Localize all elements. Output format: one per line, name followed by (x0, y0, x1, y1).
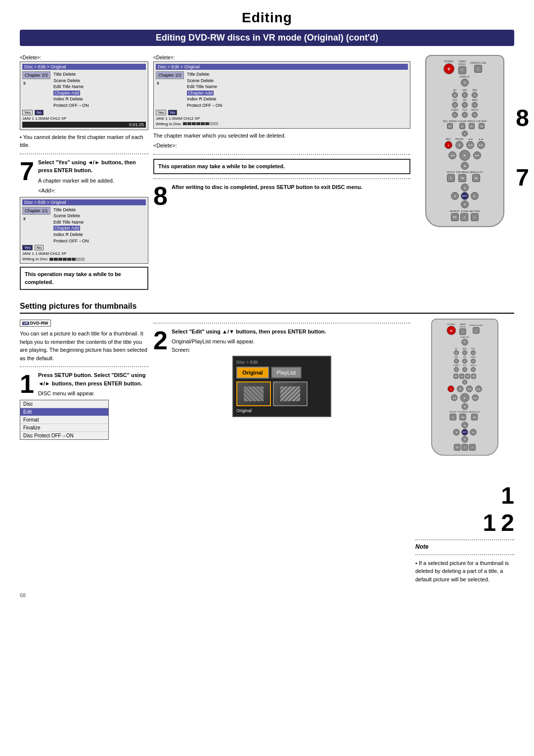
return-button2[interactable]: ↩ (469, 444, 476, 451)
btn-no2[interactable]: No (35, 245, 44, 250)
btn-yes2[interactable]: Yes (22, 245, 33, 250)
power-button2[interactable]: ⏻ (446, 326, 456, 335)
note1: • You cannot delete the first chapter ma… (20, 133, 148, 149)
btn-no[interactable]: No (35, 110, 44, 115)
timer-button2[interactable]: T (459, 328, 466, 335)
screen2-date: JAN/ 1 1:00AM CH12 XP (22, 251, 146, 256)
setup-button[interactable]: S (447, 174, 455, 182)
num1-2[interactable]: 1 (462, 350, 467, 355)
num8-button[interactable]: 8 (472, 112, 478, 118)
left-button[interactable]: ◄ (451, 192, 459, 200)
num5-2[interactable]: 5 (471, 359, 476, 364)
thumbnails-left: VR DVD-RW You can set a picture to each … (20, 319, 148, 586)
play-button2[interactable]: ► (460, 393, 470, 402)
pause-button2[interactable]: ⏸ (457, 385, 464, 392)
num5-button[interactable]: 5 (472, 102, 478, 108)
num0-2[interactable]: 0 (462, 379, 467, 384)
section-thumbnails: Setting pictures for thumbnails VR DVD-R… (20, 302, 514, 586)
step7-note: A chapter marker will be added. (38, 177, 148, 185)
num-at2[interactable]: @ (454, 350, 459, 355)
display-button2[interactable]: D (461, 339, 468, 346)
clear-button2[interactable]: CL (459, 374, 464, 378)
zoom-button[interactable]: Z (460, 213, 468, 221)
num8-2[interactable]: 8 (471, 367, 476, 372)
enter-button2[interactable]: ENT (461, 429, 468, 436)
down-button[interactable]: ▼ (461, 200, 469, 208)
setup-button2[interactable]: S (449, 414, 456, 421)
btn-yes3[interactable]: Yes (156, 110, 166, 115)
up-button[interactable]: ▲ (461, 184, 469, 191)
down-button2[interactable]: ▼ (461, 436, 468, 443)
screen2-title: Disc > Edit > Original (22, 199, 146, 205)
rec-button2[interactable]: ● (447, 385, 454, 392)
num2-button[interactable]: 2 (472, 92, 478, 98)
right-button[interactable]: ► (471, 192, 479, 200)
skipback-button[interactable]: ◄◄ (466, 141, 474, 149)
num2-2[interactable]: 2 (471, 350, 476, 355)
original-tab[interactable]: Original (236, 367, 269, 378)
num3-2[interactable]: 3 (454, 359, 459, 364)
up-button2[interactable]: ▲ (461, 422, 468, 428)
return-button[interactable]: ↩ (471, 213, 479, 221)
screen1-title: Disc > Edit > Original (22, 64, 146, 70)
top-section: <Delete>: Disc > Edit > Original Chapter… (20, 55, 514, 293)
enter-button[interactable]: ENT (461, 192, 469, 200)
num9-button[interactable]: 0 (462, 131, 468, 137)
right-button2[interactable]: ► (470, 429, 477, 436)
rev-button[interactable]: ◄◄ (448, 151, 456, 159)
btn-yes[interactable]: Yes (22, 110, 33, 115)
rev-button2[interactable]: ◄◄ (451, 394, 458, 401)
num1-button[interactable]: 1 (462, 92, 468, 98)
cmskip-button2[interactable]: CM (471, 374, 476, 378)
play-button[interactable]: ► (459, 150, 470, 161)
left-button2[interactable]: ◄ (453, 429, 460, 436)
display-button[interactable]: D (461, 79, 469, 87)
fwd-button[interactable]: ►► (473, 151, 481, 159)
note-section: Note • If a selected picture for a thumb… (415, 539, 514, 584)
btn-no3[interactable]: No (168, 110, 177, 115)
num7-button[interactable]: 7 (462, 112, 468, 118)
skipback-button2[interactable]: ◄◄ (466, 385, 473, 392)
repeat-button2[interactable]: RP (454, 444, 461, 451)
num4-button[interactable]: 4 (462, 102, 468, 108)
bottom-step1-number: 1 (501, 482, 514, 509)
skipfwd-button[interactable]: ►► (477, 141, 485, 149)
num6-2[interactable]: 6 (454, 367, 459, 372)
clear-button[interactable]: CL (459, 123, 465, 129)
timer-button[interactable]: T (458, 66, 466, 74)
menulist-button[interactable]: ML (472, 174, 480, 182)
page-number: 68 (20, 592, 514, 598)
openclose-button[interactable]: △ (474, 65, 482, 73)
recspeed-button[interactable]: RS (447, 123, 453, 129)
stop-button[interactable]: ■ (461, 162, 469, 170)
num7-2[interactable]: 7 (462, 367, 467, 372)
space-button2[interactable]: SP (465, 374, 470, 378)
step2-note: Original/PlayList menu will appear.Scree… (172, 337, 326, 354)
skipfwd-button2[interactable]: ►► (475, 385, 482, 392)
dvdrw-logo: VR DVD-RW (20, 320, 51, 327)
num-at-button[interactable]: @ (452, 92, 458, 98)
playlist-tab[interactable]: PlayList (271, 367, 302, 378)
zoom-button2[interactable]: Z (461, 444, 468, 451)
menulist-button2[interactable]: ML (471, 414, 478, 421)
fwd-button2[interactable]: ►► (472, 394, 479, 401)
repeat-button[interactable]: RP (451, 213, 459, 221)
space-button[interactable]: SP (469, 123, 475, 129)
power-button[interactable]: ⏻ (444, 63, 454, 74)
openclose-button2[interactable]: △ (473, 327, 480, 334)
thumbnail-1[interactable] (236, 381, 271, 406)
disc-menu-edit: Edit (20, 408, 108, 416)
stop-button2[interactable]: ■ (461, 403, 468, 410)
pause-button[interactable]: ⏸ (455, 141, 463, 149)
topmenu-button[interactable]: TM (458, 174, 466, 182)
topmenu-button2[interactable]: TM (459, 414, 466, 421)
thumbnail-2[interactable] (273, 381, 308, 406)
recspeed-button2[interactable]: RS (453, 374, 458, 378)
delete-label-center2: <Delete>: (153, 142, 410, 150)
cmskip-button[interactable]: CM (479, 123, 485, 129)
col-center: <Delete>: Disc > Edit > Original Chapter… (153, 55, 410, 293)
rec-button[interactable]: ● (445, 141, 452, 149)
num4-2[interactable]: 4 (462, 359, 467, 364)
num3-button[interactable]: 3 (452, 102, 458, 108)
num6-button[interactable]: 6 (452, 112, 458, 118)
